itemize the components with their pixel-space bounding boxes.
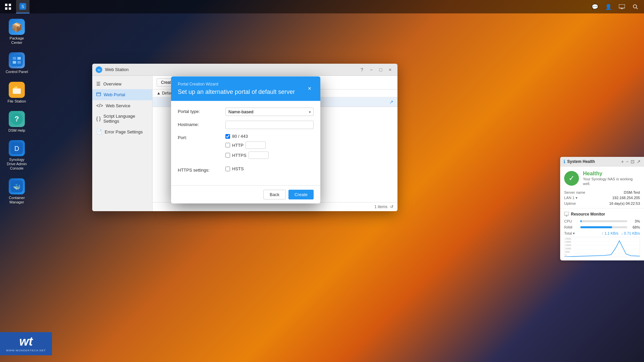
lan-key[interactable]: LAN 1 ▾ bbox=[564, 196, 601, 200]
port-80-443-row: 80 / 443 bbox=[225, 134, 314, 139]
maximize-button[interactable]: □ bbox=[377, 66, 385, 74]
port-80-443-checkbox[interactable] bbox=[225, 134, 230, 139]
panel-collapse-button[interactable]: − bbox=[626, 159, 629, 164]
sidebar-item-script-lang[interactable]: { } Script Language Settings bbox=[92, 111, 152, 126]
package-center-icon[interactable]: 📦 Package Center bbox=[3, 17, 30, 47]
svg-rect-16 bbox=[17, 61, 21, 64]
taskbar-right: 💬 👤 bbox=[589, 1, 644, 13]
system-health-title: System Health bbox=[567, 159, 595, 164]
hsts-checkbox[interactable] bbox=[225, 167, 230, 171]
svg-point-9 bbox=[633, 5, 637, 8]
control-panel-icon[interactable]: Control Panel bbox=[3, 50, 30, 76]
search-button[interactable] bbox=[629, 1, 641, 13]
panel-add-button[interactable]: + bbox=[621, 159, 624, 164]
hsts-label: HSTS bbox=[232, 166, 244, 171]
port-http-input[interactable] bbox=[246, 141, 266, 149]
wizard-header: Portal Creation Wizard Set up an alterna… bbox=[171, 76, 320, 101]
wizard-body: Portal type: Name-based Port-based Hostn… bbox=[171, 101, 320, 185]
web-portal-label: Web Portal bbox=[104, 92, 125, 97]
refresh-icon[interactable]: ↺ bbox=[390, 204, 393, 209]
svg-text:D: D bbox=[14, 145, 19, 152]
monitor-button[interactable] bbox=[616, 1, 628, 13]
user-button[interactable]: 👤 bbox=[602, 1, 614, 13]
port-https-checkbox[interactable] bbox=[225, 153, 230, 158]
port-80-443-label: 80 / 443 bbox=[232, 134, 248, 139]
watermark-url: WWW.WUNDERTECH.NET bbox=[6, 349, 46, 352]
help-button[interactable]: ? bbox=[358, 66, 366, 74]
wizard-close-button[interactable]: × bbox=[306, 85, 314, 93]
ram-row: RAM 68% bbox=[564, 225, 640, 229]
wt-logo-text: wt bbox=[19, 336, 33, 348]
container-manager-img: 🐳 bbox=[9, 178, 25, 194]
web-station-window-icon: W bbox=[96, 66, 102, 73]
collapse-icon: ▲ bbox=[157, 91, 161, 96]
container-manager-icon[interactable]: 🐳 Container Manager bbox=[3, 176, 30, 206]
chat-button[interactable]: 💬 bbox=[589, 1, 601, 13]
panel-expand-button[interactable]: ↗ bbox=[637, 159, 641, 164]
chart-label-2500: 2500 bbox=[565, 237, 571, 240]
dsm-help-icon[interactable]: ? DSM Help bbox=[3, 109, 30, 135]
error-page-label: Error Page Settings bbox=[105, 129, 143, 134]
close-button[interactable]: × bbox=[386, 66, 394, 74]
window-titlebar: W Web Station ? − □ × bbox=[92, 64, 397, 76]
grid-menu-button[interactable] bbox=[1, 0, 15, 13]
port-control: 80 / 443 HTTP HTTPS bbox=[225, 134, 314, 162]
resource-monitor-title: Resource Monitor bbox=[564, 212, 640, 217]
port-http-checkbox[interactable] bbox=[225, 143, 230, 147]
create-portal-button[interactable]: Create bbox=[288, 190, 314, 199]
synology-drive-icon[interactable]: D Synology Drive Admin Console bbox=[3, 138, 30, 173]
svg-text:S: S bbox=[21, 4, 24, 9]
svg-rect-13 bbox=[13, 57, 16, 60]
web-portal-icon bbox=[96, 92, 101, 98]
chart-label-500: 500 bbox=[565, 250, 571, 253]
watermark-logo: wt WWW.WUNDERTECH.NET bbox=[0, 332, 52, 355]
error-page-icon: 📄 bbox=[96, 129, 102, 134]
hsts-row: HSTS bbox=[225, 166, 314, 171]
sidebar-item-web-service[interactable]: </> Web Service bbox=[92, 100, 152, 111]
watermark: wt WWW.WUNDERTECH.NET bbox=[0, 332, 52, 355]
ram-bar bbox=[580, 226, 627, 228]
network-row: Total ▾ ↑ 1.1 KB/s ↓ 0.71 KB/s bbox=[564, 231, 640, 236]
sidebar-item-error-page[interactable]: 📄 Error Page Settings bbox=[92, 126, 152, 137]
file-station-img bbox=[9, 82, 25, 98]
script-lang-icon: { } bbox=[96, 116, 101, 121]
row-link[interactable]: ↗ bbox=[380, 99, 393, 105]
container-manager-label: Container Manager bbox=[5, 196, 28, 204]
health-info: Healthy Your Synology NAS is working wel… bbox=[583, 171, 640, 186]
portal-type-select[interactable]: Name-based Port-based bbox=[225, 108, 314, 116]
ram-label: RAM bbox=[564, 225, 578, 229]
taskbar-active-app[interactable]: S bbox=[16, 0, 30, 13]
network-total-label[interactable]: Total ▾ bbox=[564, 231, 575, 236]
synology-drive-img: D bbox=[9, 140, 25, 156]
wizard-title-main: Set up an alternative portal of default … bbox=[178, 88, 306, 96]
portal-type-select-wrapper: Name-based Port-based bbox=[225, 108, 314, 116]
download-speed: ↓ 0.71 KB/s bbox=[621, 231, 640, 235]
svg-line-10 bbox=[636, 8, 638, 9]
portal-type-label: Portal type: bbox=[178, 108, 221, 114]
https-settings-label: HTTPS settings: bbox=[178, 166, 221, 173]
port-label: Port: bbox=[178, 134, 221, 140]
cpu-row: CPU 3% bbox=[564, 219, 640, 223]
system-health-panel: ℹ System Health + − ⊡ ↗ ✓ Healthy Your S… bbox=[560, 157, 644, 260]
hostname-input[interactable] bbox=[225, 121, 314, 129]
portal-wizard: Portal Creation Wizard Set up an alterna… bbox=[171, 76, 320, 203]
overview-label: Overview bbox=[103, 81, 121, 86]
cpu-bar bbox=[580, 220, 627, 222]
external-link-icon[interactable]: ↗ bbox=[389, 99, 393, 105]
minimize-button[interactable]: − bbox=[367, 66, 375, 74]
svg-rect-29 bbox=[564, 212, 569, 215]
package-center-img: 📦 bbox=[9, 19, 25, 35]
package-center-label: Package Center bbox=[5, 36, 28, 45]
panel-detach-button[interactable]: ⊡ bbox=[631, 159, 635, 164]
svg-rect-32 bbox=[565, 237, 640, 257]
upload-speed: ↑ 1.1 KB/s bbox=[602, 231, 619, 235]
chart-label-1500: 1500 bbox=[565, 244, 571, 247]
cpu-label: CPU bbox=[564, 219, 578, 223]
window-title: Web Station bbox=[105, 67, 355, 72]
sidebar-item-web-portal[interactable]: Web Portal bbox=[92, 89, 152, 100]
file-station-icon[interactable]: File Station bbox=[3, 80, 30, 106]
panel-top-bar: ℹ System Health + − ⊡ ↗ bbox=[560, 157, 644, 167]
back-button[interactable]: Back bbox=[263, 190, 286, 199]
port-https-input[interactable] bbox=[249, 152, 269, 159]
sidebar-item-overview[interactable]: ☰ Overview bbox=[92, 78, 152, 89]
